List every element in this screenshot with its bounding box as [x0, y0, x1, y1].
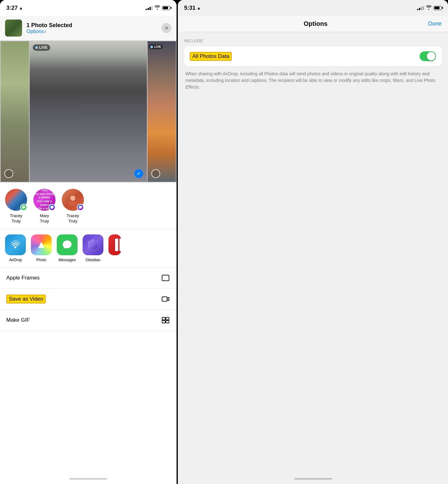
apple-frames-label: Apple Frames — [6, 275, 40, 281]
live-badge: LIVE — [33, 44, 50, 51]
home-indicator-right — [178, 473, 448, 484]
svg-point-0 — [70, 196, 75, 201]
live-dot — [35, 46, 38, 49]
close-button[interactable]: ✕ — [161, 23, 172, 33]
svg-point-1 — [68, 201, 77, 206]
apple-frames-icon — [161, 273, 170, 283]
wifi-icon-left — [154, 5, 160, 11]
app-messages[interactable]: Messages — [57, 234, 78, 262]
action-save-video[interactable]: Save as Video — [0, 289, 177, 310]
select-circle-sunset[interactable] — [151, 169, 160, 178]
options-content: INCLUDE All Photos Data When sharing wit… — [178, 32, 448, 473]
select-circle-garden[interactable] — [4, 169, 13, 178]
svg-rect-3 — [115, 239, 118, 251]
done-button[interactable]: Done — [428, 20, 442, 27]
home-indicator-left — [0, 473, 177, 484]
location-icon-left: ▲ — [19, 6, 23, 10]
action-make-gif[interactable]: Make GIF — [0, 310, 177, 331]
time-right: 5:31 — [184, 5, 195, 11]
contact-name-tracey1: TraceyTruly — [10, 213, 22, 224]
battery-icon-right — [433, 6, 442, 10]
photo-icon — [31, 234, 52, 255]
options-link[interactable]: Options › — [26, 29, 157, 34]
status-icons-left — [146, 5, 170, 11]
svg-rect-10 — [166, 320, 169, 323]
live-badge-sunset: LIVE — [149, 44, 163, 49]
contact-avatar-tracey2 — [62, 189, 84, 211]
svg-point-2 — [15, 246, 16, 248]
save-video-label: Save as Video — [6, 295, 46, 303]
share-title: 1 Photo Selected — [26, 22, 157, 29]
action-list: Apple Frames Save as Video — [0, 268, 177, 473]
svg-rect-7 — [162, 317, 165, 320]
battery-icon-left — [162, 6, 170, 10]
time-left: 3:27 — [6, 5, 18, 11]
photo-label: Photo — [36, 258, 46, 262]
include-label: INCLUDE — [184, 38, 442, 43]
photo-grid: LIVE ✓ LIVE — [0, 41, 177, 182]
share-thumbnail — [5, 20, 22, 37]
photo-garden[interactable] — [1, 41, 29, 182]
photo-bird[interactable]: LIVE ✓ — [30, 41, 147, 182]
app-photo[interactable]: Photo — [31, 234, 52, 262]
contact-mary[interactable]: YOUDO NOT HAVE A SPIRITYOU ARE A SPIRITW… — [33, 189, 55, 224]
all-photos-data-toggle[interactable] — [420, 51, 436, 61]
obsidian-label: Obsidian — [85, 258, 100, 262]
left-panel: 3:27 ▲ 1 Photo Selected Option — [0, 0, 177, 484]
photo-sunset[interactable]: LIVE — [148, 41, 176, 182]
options-title: Options — [304, 20, 328, 27]
toggle-thumb — [427, 52, 435, 60]
select-circle-bird[interactable]: ✓ — [134, 169, 143, 178]
messages-icon — [57, 234, 78, 255]
share-header: 1 Photo Selected Options › ✕ — [0, 16, 177, 41]
messages-badge-tracey1 — [20, 204, 27, 211]
share-title-block: 1 Photo Selected Options › — [26, 22, 157, 34]
obsidian-icon — [83, 234, 103, 255]
contact-name-mary: MaryTruly — [40, 213, 49, 224]
svg-rect-5 — [162, 275, 169, 281]
airdrop-label: AirDrop — [9, 258, 22, 262]
app-obsidian[interactable]: Obsidian — [83, 234, 103, 262]
signal-icon-right — [417, 6, 424, 10]
svg-rect-8 — [166, 317, 169, 320]
home-bar-left — [69, 478, 107, 480]
contact-avatar-mary: YOUDO NOT HAVE A SPIRITYOU ARE A SPIRITW… — [33, 189, 55, 211]
status-bar-right: 5:31 ▲ — [178, 0, 448, 16]
contacts-row: TraceyTruly YOUDO NOT HAVE A SPIRITYOU A… — [0, 182, 177, 229]
location-icon-right: ▲ — [197, 6, 201, 10]
right-panel: 5:31 ▲ Options Done INCLUDE A — [178, 0, 448, 484]
signal-icon-left — [146, 6, 153, 10]
messenger-badge-tracey2 — [77, 204, 84, 211]
description-text: When sharing with AirDrop, including all… — [184, 71, 442, 90]
airdrop-icon — [5, 234, 26, 255]
action-apple-frames[interactable]: Apple Frames — [0, 268, 177, 289]
messages-label: Messages — [59, 258, 76, 262]
status-bar-left: 3:27 ▲ — [0, 0, 177, 16]
contact-name-tracey2: TraceyTruly — [67, 213, 79, 224]
all-photos-data-label: All Photos Data — [190, 52, 232, 61]
app-airdrop[interactable]: AirDrop — [5, 234, 26, 262]
svg-rect-4 — [119, 239, 121, 251]
status-icons-right — [417, 5, 442, 11]
home-bar-right — [294, 478, 332, 480]
save-video-icon — [161, 294, 170, 304]
svg-rect-6 — [162, 297, 167, 301]
apps-row: AirDrop Photo Messages — [0, 229, 177, 268]
options-nav: Options Done — [178, 16, 448, 32]
toggle-card: All Photos Data — [184, 46, 442, 66]
live-dot-sunset — [150, 46, 153, 48]
partial-app-icon — [108, 234, 121, 255]
make-gif-icon — [161, 315, 170, 325]
svg-rect-9 — [162, 320, 165, 323]
app-partial[interactable] — [108, 234, 121, 262]
make-gif-label: Make GIF — [6, 317, 30, 323]
contact-tracey1[interactable]: TraceyTruly — [5, 189, 27, 224]
wifi-icon-right — [426, 5, 432, 11]
contact-avatar-tracey1 — [5, 189, 27, 211]
messenger-badge-mary — [49, 204, 55, 211]
contact-tracey2[interactable]: TraceyTruly — [62, 189, 84, 224]
